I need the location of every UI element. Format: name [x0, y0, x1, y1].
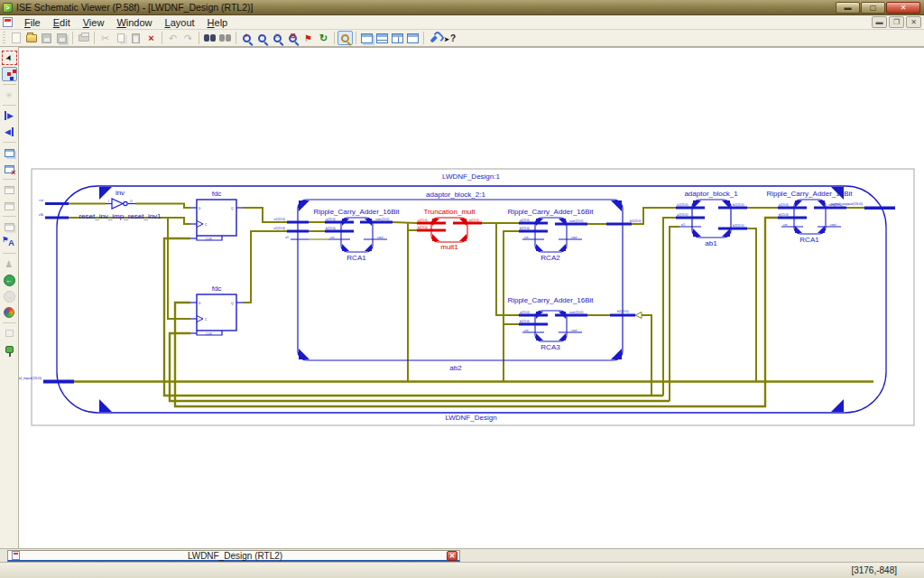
- save-all-icon[interactable]: [54, 31, 69, 45]
- ab2-port-a1[interactable]: [287, 221, 309, 224]
- delete-icon[interactable]: ×: [143, 31, 159, 45]
- save-icon[interactable]: [39, 31, 54, 45]
- window-b-icon[interactable]: [2, 199, 17, 213]
- ab1-port-b1[interactable]: [718, 207, 747, 210]
- net-wire[interactable]: [642, 315, 651, 396]
- menu-edit[interactable]: Edit: [47, 16, 77, 29]
- mdi-restore-button[interactable]: ❐: [889, 16, 904, 28]
- rca3-port-a[interactable]: [519, 314, 548, 317]
- schematic-canvas[interactable]: LWDNF_Design:1 LWDNF_Design: [19, 47, 924, 549]
- net-wire[interactable]: [135, 204, 190, 209]
- cascade-windows-icon[interactable]: [359, 31, 374, 45]
- menu-file[interactable]: File: [18, 16, 47, 29]
- small-window-icon[interactable]: [2, 326, 17, 340]
- star-tool-icon[interactable]: ✳: [2, 88, 17, 102]
- mult1-port-b[interactable]: [417, 229, 446, 232]
- menu-layout[interactable]: Layout: [159, 16, 201, 29]
- rca3-port-sum[interactable]: [555, 314, 587, 317]
- maximize-button[interactable]: ▢: [861, 2, 885, 14]
- port-signal-output[interactable]: [864, 207, 895, 210]
- copy-icon[interactable]: [113, 31, 128, 45]
- arrange-windows-icon[interactable]: [405, 31, 420, 45]
- net-wire[interactable]: [243, 231, 287, 303]
- push-into-block-icon[interactable]: ▶: [2, 108, 17, 123]
- net-wire[interactable]: [504, 231, 519, 382]
- schematic-svg[interactable]: LWDNF_Design:1 LWDNF_Design: [19, 48, 924, 550]
- block-rca1[interactable]: Ripple_Carry_Adder_16Bit a(15:0) b(15:0)…: [313, 208, 400, 262]
- block-rca3[interactable]: Ripple_Carry_Adder_16Bit a(15:0) b(15:0)…: [507, 296, 594, 351]
- redo-icon[interactable]: ↷: [180, 31, 196, 45]
- pin-marker-icon[interactable]: [2, 342, 17, 357]
- preferences-wrench-icon[interactable]: [427, 31, 442, 45]
- fdc2-body[interactable]: [197, 294, 236, 331]
- rca2-port-a[interactable]: [519, 222, 548, 225]
- select-tool-icon[interactable]: [337, 31, 353, 45]
- fdc1-body[interactable]: [197, 200, 236, 236]
- close-button[interactable]: ✕: [886, 2, 920, 14]
- port-clk[interactable]: [45, 217, 69, 219]
- port-signal-input[interactable]: [43, 380, 74, 384]
- flag-name-icon[interactable]: A: [2, 236, 17, 250]
- mdi-minimize-button[interactable]: ▬: [872, 16, 887, 28]
- block-ab1[interactable]: adaptor_block_1 a1(15:0) a2(15:0) e1 b1(…: [676, 190, 747, 247]
- cut-icon[interactable]: ✂: [97, 31, 113, 45]
- zoom-marker-icon[interactable]: ⚑: [300, 31, 316, 45]
- port-rst[interactable]: [45, 202, 69, 205]
- back-icon[interactable]: ←: [2, 273, 17, 287]
- ab1-port-b2[interactable]: [718, 228, 747, 230]
- print-icon[interactable]: [76, 31, 91, 45]
- forward-icon[interactable]: →: [2, 289, 17, 303]
- ab1-port-a1[interactable]: [676, 207, 705, 210]
- rca3-port-b[interactable]: [519, 323, 548, 326]
- nets[interactable]: [68, 204, 873, 407]
- child-window-icon[interactable]: [3, 17, 13, 27]
- tile-horizontal-icon[interactable]: [374, 31, 390, 45]
- ab1-port-a2[interactable]: [676, 217, 705, 219]
- net-wire[interactable]: [170, 333, 670, 401]
- net-wire[interactable]: [175, 218, 778, 406]
- tile-vertical-icon[interactable]: [390, 31, 405, 45]
- new-file-icon[interactable]: [8, 31, 23, 45]
- title-bar[interactable]: > ISE Schematic Viewer (P.58f) - [LWDNF_…: [0, 0, 924, 15]
- block-rca2[interactable]: Ripple_Carry_Adder_16Bit a(15:0) b(15:0)…: [507, 208, 594, 262]
- web-colors-icon[interactable]: [2, 305, 17, 320]
- net-wire[interactable]: [670, 227, 679, 401]
- rca2-port-sum[interactable]: [555, 223, 587, 226]
- whats-this-help-icon[interactable]: ?: [442, 31, 457, 45]
- close-window-icon[interactable]: [2, 162, 17, 176]
- rca1r-port-sum[interactable]: [814, 207, 846, 210]
- block-mult1[interactable]: Truncation_mult a(15:0) b(15:0) p(15:0) …: [417, 208, 482, 251]
- rca1r-port-a[interactable]: [778, 207, 807, 210]
- window-c-icon[interactable]: [2, 219, 17, 234]
- refresh-icon[interactable]: ↻: [316, 31, 331, 45]
- pop-out-of-block-icon[interactable]: ◀: [2, 125, 17, 139]
- undo-icon[interactable]: ↶: [165, 31, 180, 45]
- net-wire[interactable]: [747, 228, 756, 382]
- ab2-port-b2[interactable]: [610, 314, 635, 317]
- window-a-icon[interactable]: [2, 182, 17, 197]
- minimize-button[interactable]: ▬: [836, 2, 860, 14]
- tab-lwdnf-design[interactable]: LWDNF_Design (RTL2) ✕: [7, 550, 460, 562]
- marker-icon[interactable]: ♟: [2, 256, 17, 271]
- zoom-selection-icon[interactable]: □: [270, 31, 285, 45]
- mult1-port-a[interactable]: [417, 222, 446, 225]
- block-fdc1[interactable]: fdc D Q C CLR: [190, 190, 243, 241]
- open-file-icon[interactable]: [23, 31, 39, 45]
- mdi-close-button[interactable]: ✕: [906, 16, 921, 28]
- rca2-port-b[interactable]: [519, 230, 548, 233]
- menu-help[interactable]: Help: [201, 16, 235, 29]
- rca1-port-sum[interactable]: [360, 221, 393, 224]
- net-wire[interactable]: [393, 222, 417, 223]
- find-icon[interactable]: [202, 31, 217, 45]
- new-window-icon[interactable]: [2, 145, 17, 160]
- block-fdc2[interactable]: fdc D Q C CLR: [190, 284, 243, 336]
- zoom-out-icon[interactable]: −: [254, 31, 270, 45]
- menu-view[interactable]: View: [77, 16, 111, 29]
- ab2-port-b1[interactable]: [606, 223, 632, 226]
- mult1-port-p[interactable]: [453, 222, 482, 225]
- ab2-port-a2[interactable]: [287, 230, 309, 233]
- select-pointer-icon[interactable]: ➤: [2, 51, 17, 65]
- tab-close-icon[interactable]: ✕: [447, 551, 457, 561]
- highlight-net-icon[interactable]: [2, 67, 17, 81]
- find-in-files-icon[interactable]: [217, 31, 233, 45]
